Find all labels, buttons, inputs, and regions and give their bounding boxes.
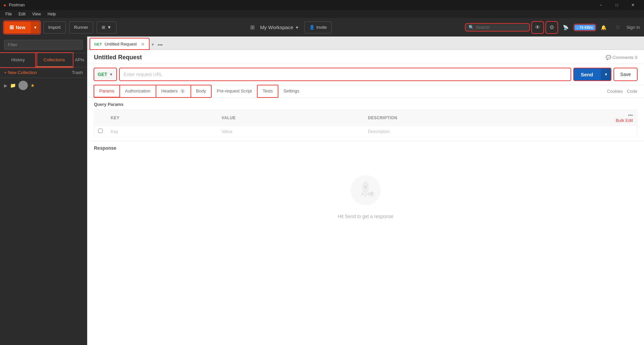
code-label: Code [627, 89, 637, 94]
send-button[interactable]: Send [574, 68, 601, 81]
svg-point-7 [370, 192, 373, 195]
app-icon: ● [3, 2, 6, 8]
menu-edit[interactable]: Edit [16, 11, 28, 17]
save-button[interactable]: Save [614, 68, 637, 81]
subtab-authorization[interactable]: Authorization [120, 85, 156, 97]
request-tab[interactable]: GET Untitled Request ✕ [90, 38, 149, 50]
response-section: Response [87, 141, 644, 242]
comments-button[interactable]: 💬 Comments 0 [606, 55, 637, 60]
layout-button[interactable]: ⊞ ▼ [97, 21, 116, 33]
toolbar-right: 🔍 👁 ⚙ 📡 ↓ 74 KB/s 🔔 ♡ Sign In [466, 22, 640, 33]
trash-button[interactable]: Trash [72, 70, 83, 75]
new-dropdown-button[interactable]: ▼ [31, 21, 40, 33]
value-header: VALUE [218, 110, 364, 126]
title-bar: ● Postman − □ ✕ [0, 0, 644, 10]
satellite-button[interactable]: 📡 [560, 22, 571, 33]
invite-label: Invite [316, 25, 327, 30]
workspace-button[interactable]: My Workspace ▼ [257, 23, 302, 31]
url-input[interactable] [119, 68, 571, 81]
bulk-edit-label: Bulk Edit [616, 118, 633, 123]
new-tab-button[interactable]: + [149, 40, 156, 49]
table-row: Key Value Description [94, 126, 637, 137]
sidebar-filter-input[interactable] [4, 40, 83, 50]
subtab-body[interactable]: Body [191, 85, 212, 97]
row-checkbox-input[interactable] [98, 129, 103, 133]
params-table: KEY VALUE DESCRIPTION ••• Bulk Edit [94, 110, 637, 137]
bulk-edit-button[interactable]: Bulk Edit [616, 118, 633, 123]
method-select[interactable]: GET ▼ [94, 68, 117, 81]
row-value-cell[interactable]: Value [218, 126, 364, 137]
sidebar-tabs: History Collections APIs [0, 53, 87, 67]
gear-icon: ⚙ [549, 24, 554, 30]
request-title: Untitled Request [94, 54, 142, 61]
sidebar: History Collections APIs + New Collectio… [0, 37, 87, 345]
search-bar: 🔍 [466, 24, 529, 30]
row-checkbox [94, 126, 107, 137]
invite-icon: 👤 [309, 25, 315, 30]
tab-menu-button[interactable]: ••• [156, 41, 164, 49]
send-button-group: Send ▼ [574, 68, 611, 81]
cookies-label: Cookies [607, 89, 623, 94]
tab-title: Untitled Request [105, 42, 137, 47]
subtab-headers[interactable]: Headers 6 [156, 85, 191, 97]
subtab-pre-request[interactable]: Pre-request Script [211, 85, 257, 97]
sidebar-tab-apis[interactable]: APIs [72, 53, 87, 67]
key-header: KEY [107, 110, 218, 126]
heart-button[interactable]: ♡ [612, 22, 623, 33]
query-params-title: Query Params [94, 102, 637, 107]
response-empty: Hit Send to get a response [94, 153, 637, 239]
maximize-button[interactable]: □ [609, 0, 625, 10]
new-label: New [16, 25, 25, 30]
expand-icon: ▶ [4, 83, 7, 88]
settings-button[interactable]: ⚙ [546, 22, 557, 33]
cookies-button[interactable]: Cookies [607, 89, 623, 94]
subtab-tests[interactable]: Tests [257, 85, 278, 97]
menu-view[interactable]: View [30, 11, 44, 17]
response-empty-text: Hit Send to get a response [338, 214, 393, 219]
title-bar-left: ● Postman [3, 2, 25, 8]
table-more-button[interactable]: ••• [628, 113, 633, 118]
request-tabs-bar: GET Untitled Request ✕ + ••• [87, 37, 644, 50]
runner-button[interactable]: Runner [69, 21, 94, 33]
cookies-code-area: Cookies Code [607, 89, 637, 94]
code-button[interactable]: Code [627, 89, 637, 94]
import-button[interactable]: Import [43, 21, 66, 33]
main-layout: History Collections APIs + New Collectio… [0, 37, 644, 345]
rocket-illustration [349, 174, 382, 207]
send-dropdown-button[interactable]: ▼ [600, 68, 611, 81]
subtab-params-label: Params [99, 88, 114, 93]
comments-count: 0 [635, 55, 637, 60]
subtab-headers-label: Headers [161, 88, 178, 93]
menu-help[interactable]: Help [45, 11, 59, 17]
collection-item[interactable]: ▶ 📁 ★ [0, 78, 87, 93]
svg-point-2 [364, 186, 367, 188]
sidebar-tab-history[interactable]: History [0, 53, 36, 67]
comments-label: Comments [612, 55, 634, 60]
global-search-input[interactable] [476, 25, 526, 30]
tab-close-button[interactable]: ✕ [141, 42, 145, 47]
minimize-button[interactable]: − [593, 0, 608, 10]
import-label: Import [48, 25, 61, 30]
send-label: Send [581, 72, 593, 77]
title-bar-controls: − □ ✕ [593, 0, 641, 10]
subtab-settings-label: Settings [283, 88, 299, 93]
row-description-cell[interactable]: Description [364, 126, 610, 137]
new-button[interactable]: ⊞ New [4, 21, 31, 33]
sidebar-tab-collections[interactable]: Collections [36, 53, 72, 67]
close-button[interactable]: ✕ [625, 0, 641, 10]
row-actions [610, 126, 637, 137]
sidebar-tab-collections-label: Collections [44, 57, 65, 62]
row-key-cell[interactable]: Key [107, 126, 218, 137]
subtab-settings[interactable]: Settings [278, 85, 305, 97]
method-label: GET [98, 72, 107, 77]
menu-file[interactable]: File [3, 11, 14, 17]
response-title: Response [94, 145, 637, 151]
star-icon: ★ [31, 83, 35, 88]
new-collection-button[interactable]: + New Collection [4, 70, 37, 75]
notification-button[interactable]: 🔔 [598, 22, 609, 33]
subtab-params[interactable]: Params [94, 85, 120, 97]
preview-button[interactable]: 👁 [532, 22, 543, 33]
sign-in-button[interactable]: Sign In [627, 25, 640, 30]
row-description-value: Description [368, 129, 390, 134]
invite-button[interactable]: 👤 Invite [304, 21, 332, 33]
